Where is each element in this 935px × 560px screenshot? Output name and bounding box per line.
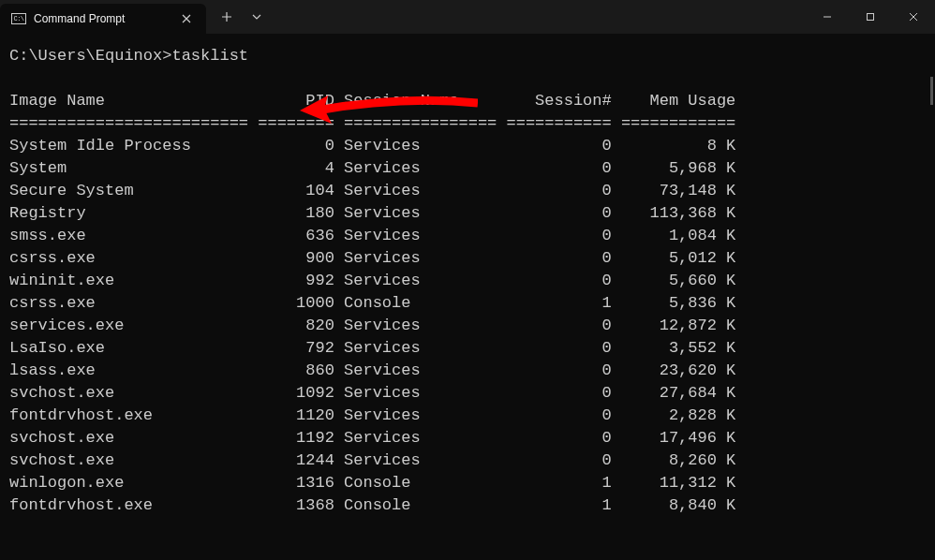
new-tab-button[interactable] [214, 4, 240, 30]
close-tab-button[interactable] [178, 10, 195, 27]
scrollbar-thumb[interactable] [930, 77, 933, 105]
svg-rect-0 [868, 14, 874, 21]
tab-title: Command Prompt [34, 12, 171, 25]
minimize-button[interactable] [806, 0, 849, 34]
tab-dropdown-button[interactable] [244, 4, 270, 30]
terminal-area[interactable]: C:\Users\Equinox>tasklist Image Name PID… [0, 34, 935, 528]
tab-command-prompt[interactable]: C:\ Command Prompt [0, 4, 206, 34]
close-window-button[interactable] [892, 0, 935, 34]
title-drag-area[interactable] [277, 0, 806, 34]
cmd-icon: C:\ [11, 13, 26, 24]
maximize-button[interactable] [849, 0, 892, 34]
tasklist-output: Image Name PID Session Name Session# Mem… [9, 90, 926, 517]
window-controls [806, 0, 935, 34]
prompt-line: C:\Users\Equinox>tasklist [9, 45, 926, 67]
title-bar: C:\ Command Prompt [0, 0, 935, 34]
tab-controls [206, 0, 277, 34]
